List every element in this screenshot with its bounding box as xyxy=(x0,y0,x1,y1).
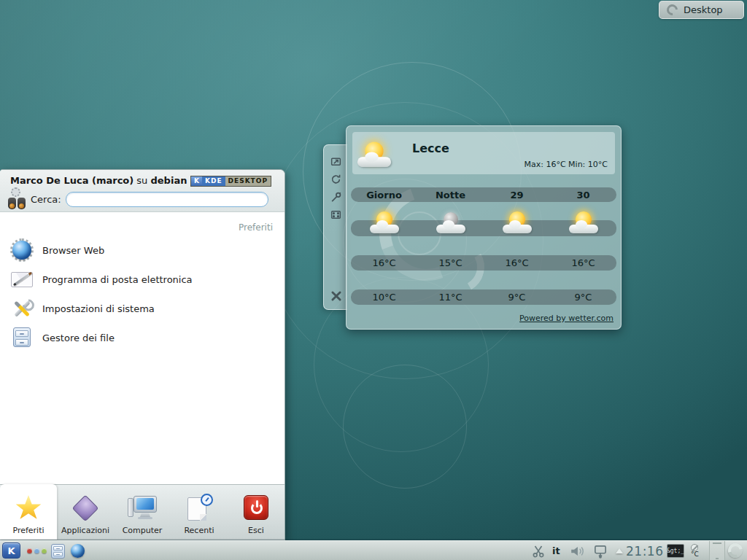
menu-item-file-manager[interactable]: Gestore dei file xyxy=(0,323,283,352)
calendar-strip-widget[interactable] xyxy=(709,541,725,560)
kmenu-button[interactable]: K xyxy=(2,542,20,559)
kickoff-user-title: Marco De Luca (marco) su debian xyxy=(10,175,187,186)
weather-icon-sun-cloud xyxy=(368,211,400,235)
weather-col-label: 29 xyxy=(484,190,550,201)
weather-columns-row: Giorno Notte 29 30 xyxy=(351,187,616,202)
star-icon xyxy=(14,494,43,523)
weather-col-label: 30 xyxy=(550,190,616,201)
search-input[interactable] xyxy=(66,192,268,207)
section-label-preferiti: Preferiti xyxy=(239,222,273,233)
search-binoculars-icon xyxy=(7,187,27,209)
desktop-badge-text: DESKTOP xyxy=(225,176,271,186)
weather-cell xyxy=(484,222,550,235)
tab-recenti[interactable]: Recenti xyxy=(171,485,228,540)
tray-expander-button[interactable] xyxy=(616,541,623,560)
klipper-tray-icon[interactable] xyxy=(532,541,545,560)
kde-desktop-badge: K KDE DESKTOP xyxy=(190,176,271,187)
close-icon[interactable] xyxy=(330,289,342,302)
menu-item-label: Gestore dei file xyxy=(42,332,115,343)
kickoff-header: Marco De Luca (marco) su debian K KDE DE… xyxy=(0,170,285,212)
volume-tray-icon[interactable] xyxy=(570,541,587,560)
file-manager-launcher[interactable] xyxy=(51,541,65,560)
globe-icon xyxy=(71,544,85,558)
kickoff-tabbar: Preferiti Applicazioni Computer Recenti … xyxy=(0,484,285,540)
digital-clock[interactable]: 21:16 xyxy=(626,541,664,560)
weather-city: Lecce xyxy=(412,141,449,155)
panel-toolbox-cashew[interactable] xyxy=(728,542,746,559)
tab-label: Preferiti xyxy=(12,526,44,535)
resize-icon[interactable] xyxy=(330,155,342,168)
network-tray-icon[interactable] xyxy=(592,541,608,560)
kde-badge-text: KDE xyxy=(202,176,225,186)
tab-label: Esci xyxy=(248,526,264,535)
weather-icon-sun-cloud xyxy=(356,142,393,169)
kde-logo-icon: K xyxy=(191,176,202,186)
day-temp: 15°C xyxy=(417,257,484,268)
plasma-cashew-icon xyxy=(665,2,680,18)
tab-esci[interactable]: Esci xyxy=(228,485,285,540)
menu-item-system-settings[interactable]: Impostazioni di sistema xyxy=(0,294,283,323)
day-temp: 16°C xyxy=(484,257,550,268)
day-temp: 16°C xyxy=(550,257,616,268)
web-browser-icon xyxy=(10,238,34,262)
wallpaper-swirl xyxy=(343,365,467,489)
weather-col-label: Giorno xyxy=(351,190,417,201)
mail-icon xyxy=(10,268,34,291)
computer-icon xyxy=(128,494,157,523)
weather-cell xyxy=(351,222,417,235)
scissors-icon xyxy=(532,545,545,558)
pager-dot-red[interactable] xyxy=(27,548,32,553)
network-monitor-icon xyxy=(592,544,608,559)
weather-tray-icon[interactable]: °C xyxy=(691,541,699,560)
pager-dots[interactable] xyxy=(27,541,47,560)
desktop-toolbox-label: Desktop xyxy=(684,4,723,15)
browser-launcher[interactable] xyxy=(71,541,85,560)
weather-col-label: Notte xyxy=(417,190,484,201)
night-temp: 10°C xyxy=(351,292,417,303)
maximize-icon[interactable] xyxy=(330,209,342,221)
power-icon xyxy=(241,494,271,523)
weather-minmax: Max: 16°C Min: 10°C xyxy=(524,160,608,169)
terminal-glyph: &gt;_ xyxy=(667,548,684,554)
menu-item-label: Impostazioni di sistema xyxy=(42,303,155,314)
weather-tray-label: °C xyxy=(691,551,699,558)
terminal-tray-icon[interactable]: &gt;_ xyxy=(667,544,684,558)
weather-day-temps-row: 16°C 15°C 16°C 16°C xyxy=(351,255,616,271)
weather-cell xyxy=(550,222,616,235)
menu-item-browser-web[interactable]: Browser Web xyxy=(0,236,283,265)
user-connector: su xyxy=(133,175,150,186)
weather-night-temps-row: 10°C 11°C 9°C 9°C xyxy=(351,289,616,305)
weather-icon-sun-cloud xyxy=(568,211,600,235)
menu-item-email-client[interactable]: Programma di posta elettronica xyxy=(0,265,283,294)
tab-preferiti[interactable]: Preferiti xyxy=(0,484,57,540)
tab-computer[interactable]: Computer xyxy=(114,485,171,540)
weather-credit-link[interactable]: Powered by wetter.com xyxy=(519,314,614,323)
weather-icon-moon-cloud xyxy=(435,211,467,235)
kickoff-launcher: Marco De Luca (marco) su debian K KDE DE… xyxy=(0,169,285,540)
tab-label: Computer xyxy=(123,526,163,535)
keyboard-layout-indicator[interactable]: it xyxy=(552,541,560,560)
plasma-cashew-icon xyxy=(725,540,745,560)
day-temp: 16°C xyxy=(351,257,417,268)
menu-item-label: Programma di posta elettronica xyxy=(42,274,193,285)
tab-applicazioni[interactable]: Applicazioni xyxy=(57,485,114,540)
plasmoid-handle[interactable] xyxy=(323,144,347,310)
weather-cell xyxy=(417,222,484,235)
night-temp: 9°C xyxy=(550,292,616,303)
speaker-icon xyxy=(570,545,587,558)
pager-dot-blue[interactable] xyxy=(34,548,39,553)
taskbar-panel: K it 21:16 &gt;_ °C xyxy=(0,540,747,560)
chevron-up-icon xyxy=(616,548,623,553)
tab-label: Recenti xyxy=(184,526,214,535)
menu-item-label: Browser Web xyxy=(42,245,104,256)
configure-wrench-icon[interactable] xyxy=(330,191,342,203)
weather-icon-sun-cloud xyxy=(501,211,533,235)
user-name: Marco De Luca (marco) xyxy=(10,175,133,186)
weather-widget[interactable]: Lecce Max: 16°C Min: 10°C Giorno Notte 2… xyxy=(346,125,622,330)
recent-documents-icon xyxy=(185,494,214,523)
desktop-toolbox[interactable]: Desktop xyxy=(659,1,744,19)
pager-dot-green[interactable] xyxy=(42,548,47,553)
rotate-icon[interactable] xyxy=(330,173,342,185)
weather-header: Lecce Max: 16°C Min: 10°C xyxy=(352,132,615,174)
weather-icons-row xyxy=(351,220,616,236)
